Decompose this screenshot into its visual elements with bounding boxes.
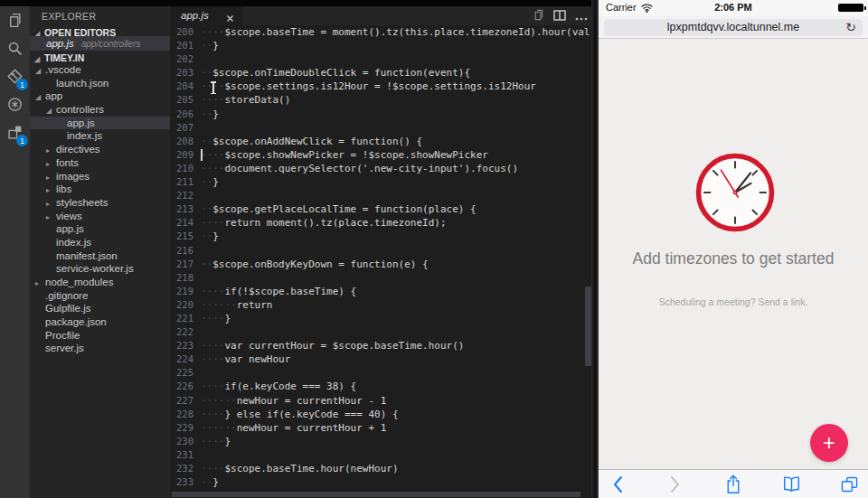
code-line-217[interactable]: 217··$scope.onBodyKeyDown = function(e) … xyxy=(170,258,593,271)
line-number: 201 xyxy=(170,39,193,52)
tree-item-fonts[interactable]: ▸fonts xyxy=(30,156,170,170)
line-number: 216 xyxy=(170,244,193,258)
tree-item-label: node_modules xyxy=(45,277,113,287)
code-line-225[interactable]: 225 xyxy=(170,366,593,380)
tree-item-server-js[interactable]: server.js xyxy=(30,342,170,355)
line-number: 233 xyxy=(170,475,193,489)
add-timezone-fab[interactable]: + xyxy=(810,424,848,462)
tree-item-label: images xyxy=(56,171,90,182)
code-line-229[interactable]: 229······newHour = currentHour + 1 xyxy=(170,421,593,435)
code-editor[interactable]: 200····$scope.baseTime = moment().tz(thi… xyxy=(170,25,593,498)
tree-item-directives[interactable]: ▸directives xyxy=(30,143,170,156)
text-caret xyxy=(201,149,203,161)
extensions-icon[interactable]: 1 xyxy=(0,118,30,146)
code-line-221[interactable]: 221····} xyxy=(170,312,593,325)
line-number: 221 xyxy=(170,312,193,325)
share-button[interactable] xyxy=(722,474,744,495)
line-number: 229 xyxy=(170,421,193,435)
tree-item-procfile[interactable]: Procfile xyxy=(30,329,170,343)
search-icon[interactable] xyxy=(0,34,30,62)
tree-item-views[interactable]: ▸views xyxy=(30,210,170,223)
code-line-205[interactable]: 205····storeData() xyxy=(170,93,593,107)
whitespace-dots: ·· xyxy=(201,40,212,52)
tree-item--gitignore[interactable]: .gitignore xyxy=(30,289,170,303)
code-line-208[interactable]: 208··$scope.onAddNewClick = function() { xyxy=(170,135,593,148)
tree-item-label: Procfile xyxy=(45,330,80,341)
tree-item-libs[interactable]: ▸libs xyxy=(30,183,170,196)
code-line-218[interactable]: 218 xyxy=(170,271,593,285)
whitespace-dots: ···· xyxy=(201,409,225,420)
source-control-icon[interactable]: 1 xyxy=(0,62,30,90)
tree-item--vscode[interactable]: ◢.vscode xyxy=(30,63,170,77)
url-field[interactable]: lpxpmtdqvv.localtunnel.me ↻ xyxy=(604,19,863,36)
files-icon[interactable] xyxy=(0,6,30,34)
code-line-233[interactable]: 233··} xyxy=(170,475,593,489)
tabs-button[interactable] xyxy=(838,474,860,495)
code-line-228[interactable]: 228····} else if(e.keyCode === 40) { xyxy=(170,408,593,421)
code-line-207[interactable]: 207 xyxy=(170,121,593,135)
code-line-230[interactable]: 230····} xyxy=(170,435,593,448)
code-line-213[interactable]: 213··$scope.getPlaceLocalTime = function… xyxy=(170,202,593,216)
code-line-215[interactable]: 215··} xyxy=(170,230,593,243)
bookmarks-button[interactable] xyxy=(780,474,802,495)
code-line-223[interactable]: 223····var currentHour = $scope.baseTime… xyxy=(170,339,593,352)
tree-item-stylesheets[interactable]: ▸stylesheets xyxy=(30,196,170,210)
tree-item-images[interactable]: ▸images xyxy=(30,170,170,183)
code-line-209[interactable]: 209····$scope.showNewPicker = !$scope.sh… xyxy=(170,148,593,162)
whitespace-dots: ·· xyxy=(201,176,212,188)
tree-item-service-worker-js[interactable]: service-worker.js xyxy=(30,262,170,276)
explorer-sidebar: EXPLORER ◢OPEN EDITORS app.js app/contro… xyxy=(30,6,170,498)
whitespace-dots: ···· xyxy=(201,94,225,106)
code-line-222[interactable]: 222 xyxy=(170,325,593,339)
code-line-201[interactable]: 201··} xyxy=(170,39,593,52)
whitespace-dots: ···· xyxy=(201,313,225,324)
line-number: 218 xyxy=(170,271,193,285)
tree-item-launch-json[interactable]: launch.json xyxy=(30,77,170,90)
code-line-231[interactable]: 231 xyxy=(170,448,593,462)
tree-item-app-js[interactable]: app.js xyxy=(30,117,170,130)
reload-icon[interactable]: ↻ xyxy=(845,19,856,36)
code-line-200[interactable]: 200····$scope.baseTime = moment().tz(thi… xyxy=(170,25,593,39)
code-line-210[interactable]: 210····document.querySelector('.new-city… xyxy=(170,162,593,175)
tree-item-index-js[interactable]: index.js xyxy=(30,129,170,143)
clock-logo xyxy=(693,151,777,234)
tree-item-package-json[interactable]: package.json xyxy=(30,315,170,329)
code-line-204[interactable]: 204····$scope.settings.is12Hour = !$scop… xyxy=(170,80,593,93)
code-line-212[interactable]: 212 xyxy=(170,189,593,202)
code-line-214[interactable]: 214····return moment().tz(place.timezone… xyxy=(170,216,593,230)
forward-button[interactable] xyxy=(665,474,686,495)
code-line-203[interactable]: 203··$scope.onTimeDoubleClick = function… xyxy=(170,66,593,80)
tab-appjs[interactable]: app.js xyxy=(170,6,242,25)
split-editor-icon[interactable] xyxy=(553,8,566,24)
more-actions-icon[interactable] xyxy=(575,8,588,24)
debug-icon[interactable] xyxy=(0,90,30,118)
code-line-216[interactable]: 216 xyxy=(170,244,593,258)
horizontal-scrollbar[interactable] xyxy=(172,492,580,497)
code-line-219[interactable]: 219····if(!$scope.baseTime) { xyxy=(170,285,593,298)
code-line-206[interactable]: 206··} xyxy=(170,108,593,121)
open-preview-icon[interactable] xyxy=(533,8,544,24)
back-button[interactable] xyxy=(607,474,628,495)
tree-item-controllers[interactable]: ◢controllers xyxy=(30,103,170,117)
whitespace-dots: ···· xyxy=(201,340,225,352)
code-line-224[interactable]: 224····var newHour xyxy=(170,352,593,366)
tree-item-app[interactable]: ◢app xyxy=(30,89,170,103)
code-line-220[interactable]: 220······return xyxy=(170,298,593,312)
code-line-232[interactable]: 232····$scope.baseTime.hour(newHour) xyxy=(170,462,593,475)
tree-item-app-js[interactable]: app.js xyxy=(30,222,170,236)
tree-item-node-modules[interactable]: ▸node_modules xyxy=(30,276,170,289)
tree-item-gulpfile-js[interactable]: Gulpfile.js xyxy=(30,302,170,315)
code-line-202[interactable]: 202 xyxy=(170,52,593,66)
open-editor-item[interactable]: app.js app/controllers xyxy=(30,36,170,51)
window-title-strip xyxy=(0,0,593,6)
tree-item-manifest-json[interactable]: manifest.json xyxy=(30,249,170,263)
line-number: 226 xyxy=(170,380,193,393)
mouse-ibeam-cursor xyxy=(212,82,214,93)
code-line-226[interactable]: 226····if(e.keyCode === 38) { xyxy=(170,380,593,393)
code-line-227[interactable]: 227······newHour = currentHour - 1 xyxy=(170,394,593,408)
tab-close-icon[interactable] xyxy=(225,11,235,21)
code-line-211[interactable]: 211··} xyxy=(170,175,593,189)
whitespace-dots: ···· xyxy=(201,381,225,392)
tree-item-label: libs xyxy=(56,183,71,194)
tree-item-index-js[interactable]: index.js xyxy=(30,236,170,249)
